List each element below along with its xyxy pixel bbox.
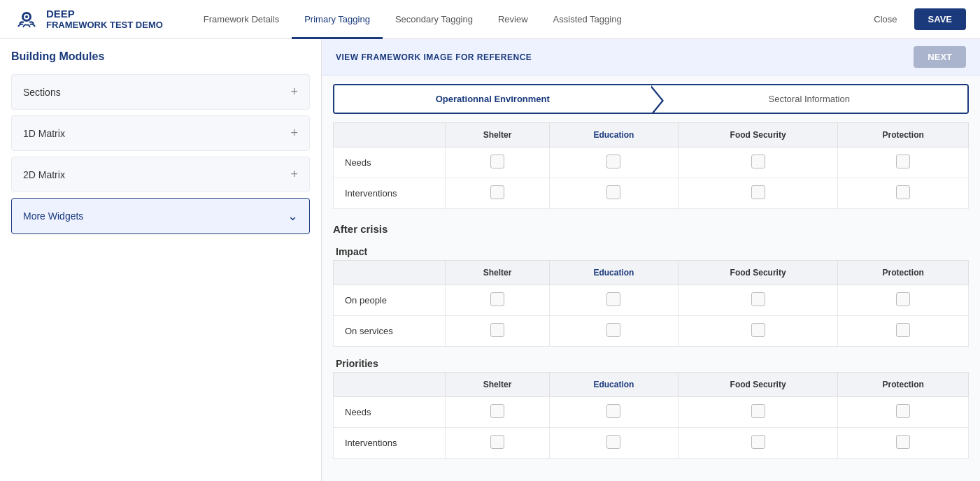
next-button[interactable]: NEXT	[914, 46, 966, 68]
col-header-empty-prio	[334, 373, 446, 397]
nav-review[interactable]: Review	[485, 0, 541, 39]
tab-operational[interactable]: Operationnal Environment	[334, 85, 651, 113]
subsection-priorities-title: Priorities	[333, 352, 969, 372]
sidebar-item-1d-label: 1D Matrix	[23, 128, 65, 139]
tab-bar: Operationnal Environment Sectoral Inform…	[333, 84, 969, 114]
sidebar-item-more-widgets[interactable]: More Widgets ⌄	[11, 198, 310, 234]
checkbox-int-education-prio[interactable]	[606, 435, 620, 449]
cell-services-shelter	[446, 316, 550, 347]
col-header-education-top: Education	[549, 123, 678, 148]
cell-needs-education-top	[549, 148, 678, 178]
nav-links: Framework Details Primary Tagging Second…	[191, 0, 865, 39]
col-header-empty	[334, 123, 446, 148]
cell-people-protection	[838, 285, 969, 316]
checkbox-needs-food-prio[interactable]	[751, 404, 765, 418]
checkbox-people-shelter[interactable]	[490, 292, 504, 306]
header-actions: Close SAVE	[865, 8, 966, 30]
sidebar-item-sections[interactable]: Sections +	[11, 74, 310, 110]
nav-framework-details[interactable]: Framework Details	[191, 0, 292, 39]
cell-needs-food-prio	[678, 397, 837, 428]
checkbox-services-education[interactable]	[606, 323, 620, 337]
section-after-crisis-title: After crisis	[333, 215, 969, 240]
cell-int-protection-prio	[838, 428, 969, 459]
nav-secondary-tagging[interactable]: Secondary Tagging	[383, 0, 485, 39]
svg-point-2	[25, 15, 28, 18]
row-label-interventions-top: Interventions	[334, 178, 446, 209]
checkbox-needs-shelter-prio[interactable]	[490, 404, 504, 418]
table-row: Needs	[334, 397, 969, 428]
col-header-education-prio: Education	[549, 373, 678, 397]
checkbox-int-protection-prio[interactable]	[896, 435, 910, 449]
checkbox-services-shelter[interactable]	[490, 323, 504, 337]
nav-assisted-tagging[interactable]: Assisted Tagging	[541, 0, 634, 39]
logo-area: DEEP FRAMEWORK TEST DEMO	[14, 7, 163, 32]
main-layout: Building Modules Sections + 1D Matrix + …	[0, 39, 980, 481]
checkbox-needs-education-prio[interactable]	[606, 404, 620, 418]
close-button[interactable]: Close	[865, 10, 905, 29]
cell-needs-shelter-prio	[446, 397, 550, 428]
col-header-shelter-prio: Shelter	[446, 373, 550, 397]
checkbox-needs-shelter-top[interactable]	[490, 155, 504, 168]
col-header-shelter-top: Shelter	[446, 123, 550, 148]
table-row: On services	[334, 316, 969, 347]
logo-icon	[14, 7, 39, 32]
cell-int-shelter-top	[446, 178, 550, 209]
col-header-food-prio: Food Security	[678, 373, 837, 397]
col-header-food-top: Food Security	[678, 123, 837, 148]
checkbox-needs-protection-prio[interactable]	[896, 404, 910, 418]
matrix-content: Shelter Education Food Security Protecti…	[322, 122, 980, 475]
cell-int-shelter-prio	[446, 428, 550, 459]
view-framework-bar: VIEW FRAMEWORK IMAGE FOR REFERENCE NEXT	[322, 39, 980, 76]
save-button[interactable]: SAVE	[914, 8, 966, 30]
row-label-on-people: On people	[334, 285, 446, 316]
cell-needs-food-top	[678, 148, 837, 178]
col-header-education-impact: Education	[549, 261, 678, 285]
checkbox-needs-food-top[interactable]	[751, 155, 765, 168]
row-label-needs-prio: Needs	[334, 397, 446, 428]
content-area: VIEW FRAMEWORK IMAGE FOR REFERENCE NEXT …	[322, 39, 980, 481]
checkbox-people-food[interactable]	[751, 292, 765, 306]
cell-people-shelter	[446, 285, 550, 316]
checkbox-int-education-top[interactable]	[606, 185, 620, 199]
checkbox-int-shelter-top[interactable]	[490, 185, 504, 199]
table-row: Interventions	[334, 178, 969, 209]
subsection-impact-title: Impact	[333, 240, 969, 260]
table-row: Interventions	[334, 428, 969, 459]
table-row: Needs	[334, 148, 969, 178]
sidebar: Building Modules Sections + 1D Matrix + …	[0, 39, 322, 481]
sidebar-item-1d-matrix[interactable]: 1D Matrix +	[11, 115, 310, 151]
sidebar-item-2d-label: 2D Matrix	[23, 169, 65, 180]
row-label-interventions-prio: Interventions	[334, 428, 446, 459]
add-icon-sections: +	[290, 85, 298, 99]
row-label-needs-top: Needs	[334, 148, 446, 178]
sidebar-item-2d-matrix[interactable]: 2D Matrix +	[11, 157, 310, 192]
cell-services-education	[549, 316, 678, 347]
priorities-matrix-table: Shelter Education Food Security Protecti…	[333, 372, 969, 459]
col-header-empty-impact	[334, 261, 446, 285]
checkbox-int-protection-top[interactable]	[896, 185, 910, 199]
top-matrix-table: Shelter Education Food Security Protecti…	[333, 122, 969, 209]
col-header-protection-top: Protection	[838, 123, 969, 148]
checkbox-int-shelter-prio[interactable]	[490, 435, 504, 449]
checkbox-needs-protection-top[interactable]	[896, 155, 910, 168]
checkbox-int-food-prio[interactable]	[751, 435, 765, 449]
checkbox-needs-education-top[interactable]	[606, 155, 620, 168]
checkbox-people-protection[interactable]	[896, 292, 910, 306]
cell-needs-protection-top	[838, 148, 969, 178]
checkbox-services-food[interactable]	[751, 323, 765, 337]
chevron-down-icon: ⌄	[287, 208, 298, 224]
nav-primary-tagging[interactable]: Primary Tagging	[292, 0, 383, 39]
cell-int-education-top	[549, 178, 678, 209]
checkbox-people-education[interactable]	[606, 292, 620, 306]
checkbox-int-food-top[interactable]	[751, 185, 765, 199]
cell-int-education-prio	[549, 428, 678, 459]
view-framework-link[interactable]: VIEW FRAMEWORK IMAGE FOR REFERENCE	[336, 52, 532, 62]
checkbox-services-protection[interactable]	[896, 323, 910, 337]
table-row: On people	[334, 285, 969, 316]
cell-int-food-prio	[678, 428, 837, 459]
add-icon-1d: +	[290, 126, 298, 141]
add-icon-2d: +	[290, 167, 298, 182]
tab-sectoral[interactable]: Sectoral Information	[651, 85, 968, 113]
cell-services-food	[678, 316, 837, 347]
logo-text: DEEP FRAMEWORK TEST DEMO	[46, 8, 163, 31]
